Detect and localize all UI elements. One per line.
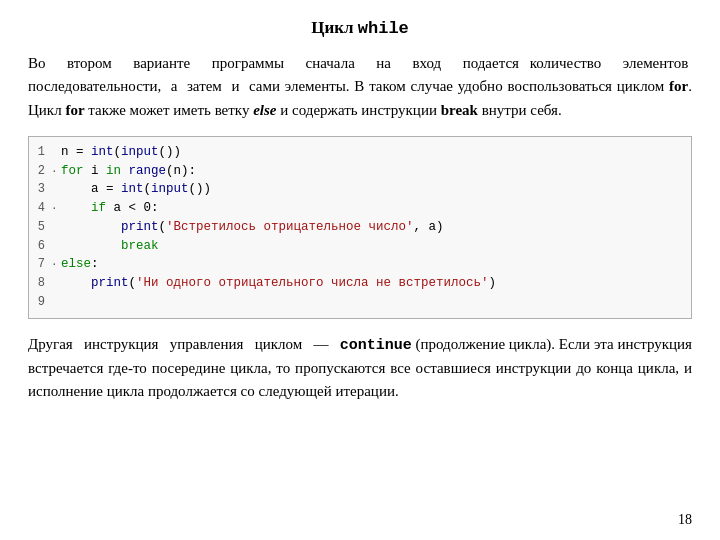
page: Цикл while Во втором варианте программы …: [0, 0, 720, 540]
code-line-3: 3 a = int(input()): [29, 180, 691, 199]
title-prefix: Цикл: [311, 18, 358, 37]
keyword-break: break: [441, 102, 478, 118]
keyword-else: else: [253, 102, 276, 118]
title-keyword: while: [358, 19, 409, 38]
paragraph-2: Другая инструкция управления циклом — co…: [28, 333, 692, 404]
page-title: Цикл while: [28, 18, 692, 38]
paragraph-1: Во втором варианте программы сначала на …: [28, 52, 692, 122]
keyword-for-2: for: [65, 102, 84, 118]
code-line-4: 4 · if a < 0:: [29, 199, 691, 218]
page-number: 18: [678, 512, 692, 528]
code-line-2: 2 · for i in range(n):: [29, 162, 691, 181]
code-line-9: 9: [29, 293, 691, 312]
code-line-5: 5 print('Встретилось отрицательное число…: [29, 218, 691, 237]
keyword-continue: continue: [340, 337, 412, 354]
code-line-8: 8 print('Ни одного отрицательного числа …: [29, 274, 691, 293]
code-block: 1 n = int(input()) 2 · for i in range(n)…: [28, 136, 692, 319]
code-line-6: 6 break: [29, 237, 691, 256]
code-line-1: 1 n = int(input()): [29, 143, 691, 162]
keyword-for-1: for: [669, 78, 688, 94]
code-line-7: 7 · else:: [29, 255, 691, 274]
